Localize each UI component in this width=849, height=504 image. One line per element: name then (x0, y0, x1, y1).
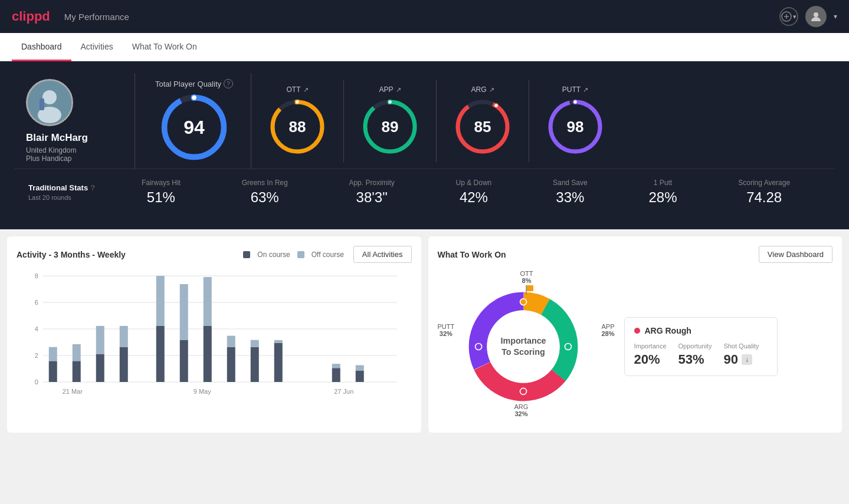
stat-1putt: 1 Putt 28% (648, 179, 677, 206)
stats-help-icon[interactable]: ? (90, 183, 95, 192)
chart-area: 8 6 4 2 0 (17, 270, 412, 400)
bar-off-3 (96, 326, 104, 354)
svg-text:27 Jun: 27 Jun (334, 388, 353, 395)
bar-on-11 (332, 368, 340, 382)
work-on-title: What To Work On (438, 250, 506, 259)
add-button[interactable]: ▾ (779, 7, 798, 26)
stat-scoring: Scoring Average 74.28 (738, 179, 790, 206)
svg-text:To Scoring: To Scoring (501, 347, 545, 357)
view-dashboard-button[interactable]: View Dashboard (759, 246, 832, 263)
flag-icon (525, 284, 535, 296)
header: clippd My Performance ▾ ▾ (0, 0, 849, 33)
bar-on-1 (49, 361, 57, 382)
main-gauge: Total Player Quality ? 94 (137, 73, 251, 169)
ott-arrow-icon: ↗ (303, 86, 309, 94)
svg-point-40 (487, 310, 559, 383)
sub-gauge-putt-container: 98 (546, 97, 605, 156)
bar-off-11 (332, 364, 340, 368)
player-avatar (26, 79, 73, 126)
divider (135, 73, 135, 169)
user-icon (809, 9, 823, 24)
sub-gauge-arg: ARG ↗ 85 (437, 80, 529, 162)
hero-section: Blair McHarg United Kingdom Plus Handica… (0, 61, 849, 229)
svg-point-13 (296, 100, 300, 104)
bar-on-2 (73, 361, 81, 382)
stats-label-title: Traditional Stats ? (28, 183, 111, 192)
sub-gauge-arg-label: ARG ↗ (471, 85, 494, 94)
putt-gauge-value: 98 (567, 118, 584, 136)
bar-off-7 (204, 277, 212, 326)
bar-on-4 (120, 347, 128, 382)
header-title: My Performance (64, 12, 779, 22)
user-avatar-button[interactable] (805, 6, 827, 27)
svg-text:21 Mar: 21 Mar (63, 388, 83, 395)
sub-gauge-putt-label: PUTT ↗ (562, 85, 588, 94)
on-course-legend-dot (243, 251, 250, 258)
stat-fairways: Fairways Hit 51% (142, 179, 181, 206)
info-card-title: ARG Rough (634, 326, 768, 335)
player-handicap: Plus Handicap (26, 154, 71, 163)
shot-quality-badge: ↓ (742, 354, 752, 365)
bar-off-1 (49, 347, 57, 361)
bar-on-7 (204, 326, 212, 382)
bar-on-8 (227, 347, 235, 382)
help-icon[interactable]: ? (224, 79, 233, 88)
bar-off-4 (120, 326, 128, 347)
bar-off-12 (356, 365, 364, 371)
sub-gauge-app-container: 89 (360, 97, 419, 156)
sub-gauge-ott: OTT ↗ 88 (251, 80, 344, 162)
activity-legend: On course Off course (243, 251, 344, 259)
svg-point-3 (814, 12, 818, 17)
stats-items: Fairways Hit 51% Greens In Reg 63% App. … (111, 179, 821, 206)
stats-label-sub: Last 20 rounds (28, 194, 111, 201)
hero-top: Blair McHarg United Kingdom Plus Handica… (14, 73, 835, 169)
tab-what-to-work-on[interactable]: What To Work On (123, 34, 206, 61)
activity-panel-title: Activity - 3 Months - Weekly (17, 250, 126, 259)
bottom-panels: Activity - 3 Months - Weekly On course O… (0, 229, 849, 440)
gauge-title: Total Player Quality ? (155, 79, 233, 88)
putt-arrow-icon: ↗ (583, 86, 588, 94)
bar-off-6 (180, 284, 188, 340)
svg-point-44 (565, 344, 571, 350)
svg-point-46 (475, 344, 481, 350)
player-info: Blair McHarg United Kingdom Plus Handica… (14, 73, 132, 169)
player-country: United Kingdom (26, 146, 76, 154)
arg-gauge-value: 85 (474, 118, 491, 136)
svg-text:2: 2 (35, 352, 38, 359)
svg-point-19 (494, 104, 499, 108)
bar-on-6 (180, 340, 188, 382)
svg-rect-47 (526, 285, 533, 291)
sub-gauge-arg-container: 85 (453, 97, 512, 156)
metric-opportunity: Opportunity 53% (678, 342, 712, 367)
bar-off-10 (274, 340, 283, 343)
player-name: Blair McHarg (26, 132, 88, 144)
main-gauge-value: 94 (183, 117, 205, 139)
avatar-chevron-icon: ▾ (834, 12, 837, 21)
bar-off-2 (73, 344, 81, 361)
bar-on-9 (251, 347, 259, 382)
tab-activities[interactable]: Activities (71, 34, 123, 61)
off-course-legend-dot (297, 251, 304, 258)
svg-text:Importance: Importance (500, 336, 546, 345)
stat-updown: Up & Down 42% (456, 179, 492, 206)
work-on-body: OTT 8% APP 28% ARG 32% PUTT 32% (438, 270, 833, 423)
bar-on-12 (356, 371, 364, 382)
nav-tabs: Dashboard Activities What To Work On (0, 33, 849, 61)
stat-sandsave: Sand Save 33% (553, 179, 588, 206)
stats-bar: Traditional Stats ? Last 20 rounds Fairw… (14, 169, 835, 215)
bar-on-3 (96, 354, 104, 383)
all-activities-button[interactable]: All Activities (353, 246, 412, 263)
avatar-image (28, 81, 71, 124)
chevron-icon: ▾ (793, 13, 796, 21)
tab-dashboard[interactable]: Dashboard (12, 34, 71, 61)
activity-legend-area: On course Off course All Activities (243, 246, 411, 263)
activity-panel: Activity - 3 Months - Weekly On course O… (7, 236, 421, 433)
header-actions: ▾ ▾ (779, 6, 837, 27)
ott-marker (525, 284, 535, 298)
svg-rect-7 (40, 98, 44, 110)
metric-shot-quality: Shot Quality 90 ↓ (723, 342, 759, 367)
svg-point-5 (42, 90, 57, 104)
arg-arrow-icon: ↗ (489, 86, 494, 94)
activity-panel-header: Activity - 3 Months - Weekly On course O… (17, 246, 412, 263)
work-on-info-card: ARG Rough Importance 20% Opportunity 53%… (624, 317, 778, 376)
